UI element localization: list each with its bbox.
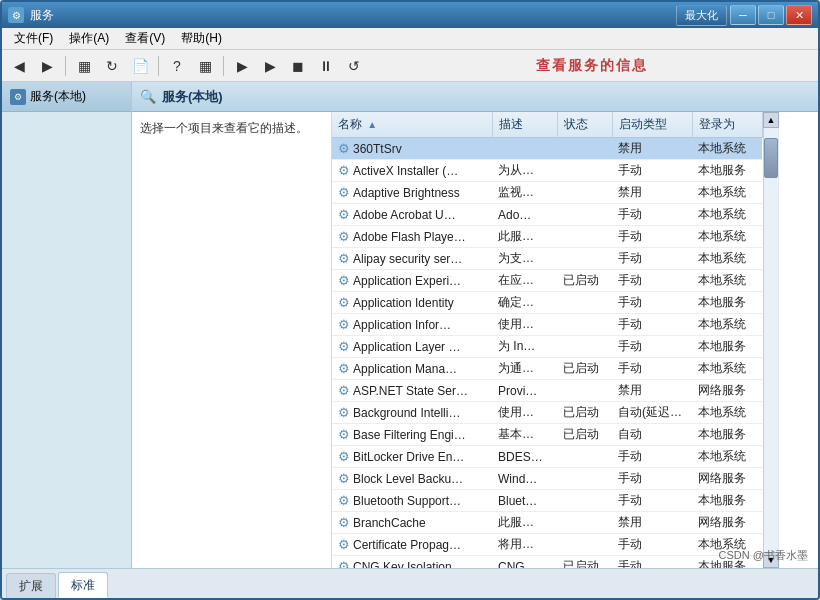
menu-help[interactable]: 帮助(H): [173, 28, 230, 49]
cell-status: [557, 468, 612, 490]
cell-desc: BDES…: [492, 446, 557, 468]
table-row[interactable]: ⚙ CNG Key IsolationCNG …已启动手动本地服务: [332, 556, 762, 569]
service-gear-icon: ⚙ Alipay security ser…: [338, 251, 462, 266]
scrollbar[interactable]: ▲ ▼: [763, 112, 779, 568]
cell-name: ⚙ Base Filtering Engi…: [332, 424, 492, 446]
back-button[interactable]: ◀: [6, 54, 32, 78]
table-row[interactable]: ⚙ Adobe Flash Playe…此服…手动本地系统: [332, 226, 762, 248]
table-row[interactable]: ⚙ Bluetooth Support…Bluet…手动本地服务: [332, 490, 762, 512]
minimize-button[interactable]: ─: [730, 5, 756, 25]
menu-file[interactable]: 文件(F): [6, 28, 61, 49]
start-button[interactable]: ▶: [229, 54, 255, 78]
table-row[interactable]: ⚙ Application Identity确定…手动本地服务: [332, 292, 762, 314]
cell-status: [557, 380, 612, 402]
cell-login: 本地系统: [692, 270, 762, 292]
sidebar-header[interactable]: ⚙ 服务(本地): [2, 82, 131, 112]
cell-status: 已启动: [557, 402, 612, 424]
close-button[interactable]: ✕: [786, 5, 812, 25]
scroll-track[interactable]: [764, 128, 778, 552]
tab-expand[interactable]: 扩展: [6, 573, 56, 598]
cell-startup: 手动: [612, 314, 692, 336]
table-row[interactable]: ⚙ BitLocker Drive En…BDES…手动本地系统: [332, 446, 762, 468]
maximize-button[interactable]: □: [758, 5, 784, 25]
cell-name: ⚙ Adaptive Brightness: [332, 182, 492, 204]
table-row[interactable]: ⚙ Application Experi…在应…已启动手动本地系统: [332, 270, 762, 292]
cell-desc: CNG …: [492, 556, 557, 569]
cell-name: ⚙ Alipay security ser…: [332, 248, 492, 270]
stop-button[interactable]: ◼: [285, 54, 311, 78]
table-scroll[interactable]: 名称 ▲ 描述 状态 启动类型 登录为 ⚙ 360TtSrv禁用本地系统⚙ Ac…: [332, 112, 763, 568]
table-row[interactable]: ⚙ Application Infor…使用…手动本地系统: [332, 314, 762, 336]
export-button[interactable]: 📄: [127, 54, 153, 78]
cell-desc: 为通…: [492, 358, 557, 380]
cell-startup: 手动: [612, 468, 692, 490]
cell-name: ⚙ Background Intelli…: [332, 402, 492, 424]
properties-button[interactable]: ▦: [192, 54, 218, 78]
cell-status: [557, 446, 612, 468]
description-panel: 选择一个项目来查看它的描述。: [132, 112, 332, 568]
start-button-2[interactable]: ▶: [257, 54, 283, 78]
window-icon: ⚙: [8, 7, 24, 23]
forward-button[interactable]: ▶: [34, 54, 60, 78]
tab-standard[interactable]: 标准: [58, 572, 108, 598]
maximize-label[interactable]: 最大化: [676, 5, 727, 26]
table-row[interactable]: ⚙ Block Level Backu…Wind…手动网络服务: [332, 468, 762, 490]
table-row[interactable]: ⚙ Base Filtering Engi…基本…已启动自动本地服务: [332, 424, 762, 446]
cell-startup: 手动: [612, 490, 692, 512]
cell-desc: Bluet…: [492, 490, 557, 512]
scroll-up-arrow[interactable]: ▲: [763, 112, 779, 128]
cell-name: ⚙ Application Experi…: [332, 270, 492, 292]
table-row[interactable]: ⚙ BranchCache此服…禁用网络服务: [332, 512, 762, 534]
table-row[interactable]: ⚙ Background Intelli…使用…已启动自动(延迟…本地系统: [332, 402, 762, 424]
cell-name: ⚙ Block Level Backu…: [332, 468, 492, 490]
cell-name: ⚙ Application Identity: [332, 292, 492, 314]
table-row[interactable]: ⚙ ASP.NET State Ser…Provi…禁用网络服务: [332, 380, 762, 402]
cell-startup: 手动: [612, 358, 692, 380]
table-row[interactable]: ⚙ Certificate Propag…将用…手动本地系统: [332, 534, 762, 556]
table-row[interactable]: ⚙ Application Layer …为 In…手动本地服务: [332, 336, 762, 358]
sidebar-service-icon: ⚙: [10, 89, 26, 105]
bottom-tabs: 扩展 标准: [2, 568, 818, 598]
toolbar-separator-2: [158, 56, 159, 76]
table-row[interactable]: ⚙ Application Mana…为通…已启动手动本地系统: [332, 358, 762, 380]
restart-button[interactable]: ↺: [341, 54, 367, 78]
cell-startup: 手动: [612, 292, 692, 314]
cell-name: ⚙ Adobe Flash Playe…: [332, 226, 492, 248]
cell-desc: 此服…: [492, 512, 557, 534]
service-gear-icon: ⚙ Base Filtering Engi…: [338, 427, 466, 442]
table-row[interactable]: ⚙ Alipay security ser…为支…手动本地系统: [332, 248, 762, 270]
cell-status: [557, 534, 612, 556]
col-header-startup[interactable]: 启动类型: [612, 112, 692, 138]
cell-status: [557, 160, 612, 182]
service-gear-icon: ⚙ Certificate Propag…: [338, 537, 461, 552]
help-button[interactable]: ?: [164, 54, 190, 78]
show-console-button[interactable]: ▦: [71, 54, 97, 78]
cell-name: ⚙ Bluetooth Support…: [332, 490, 492, 512]
col-header-desc[interactable]: 描述: [492, 112, 557, 138]
table-row[interactable]: ⚙ Adobe Acrobat U…Ado…手动本地系统: [332, 204, 762, 226]
col-header-status[interactable]: 状态: [557, 112, 612, 138]
services-table: 名称 ▲ 描述 状态 启动类型 登录为 ⚙ 360TtSrv禁用本地系统⚙ Ac…: [332, 112, 763, 568]
col-header-login[interactable]: 登录为: [692, 112, 762, 138]
table-header-row: 名称 ▲ 描述 状态 启动类型 登录为: [332, 112, 762, 138]
pause-button[interactable]: ⏸: [313, 54, 339, 78]
table-row[interactable]: ⚙ ActiveX Installer (…为从…手动本地服务: [332, 160, 762, 182]
service-gear-icon: ⚙ Background Intelli…: [338, 405, 460, 420]
menu-action[interactable]: 操作(A): [61, 28, 117, 49]
table-row[interactable]: ⚙ 360TtSrv禁用本地系统: [332, 138, 762, 160]
scroll-thumb[interactable]: [764, 138, 778, 178]
cell-desc: 将用…: [492, 534, 557, 556]
cell-login: 本地系统: [692, 248, 762, 270]
service-gear-icon: ⚙ Adobe Flash Playe…: [338, 229, 466, 244]
content-header: 🔍 服务(本地): [132, 82, 818, 112]
table-row[interactable]: ⚙ Adaptive Brightness监视…禁用本地系统: [332, 182, 762, 204]
cell-status: [557, 182, 612, 204]
refresh-button[interactable]: ↻: [99, 54, 125, 78]
cell-status: [557, 248, 612, 270]
cell-login: 本地系统: [692, 446, 762, 468]
menu-view[interactable]: 查看(V): [117, 28, 173, 49]
cell-status: [557, 512, 612, 534]
col-header-name[interactable]: 名称 ▲: [332, 112, 492, 138]
title-bar-buttons: ─ □ ✕: [730, 5, 812, 25]
cell-desc: 确定…: [492, 292, 557, 314]
